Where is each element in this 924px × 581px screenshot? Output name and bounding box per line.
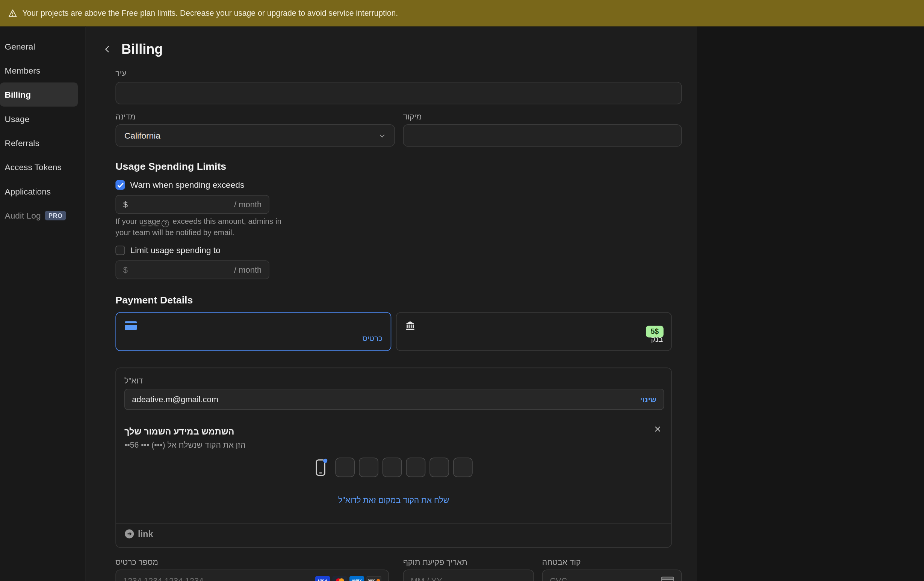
email-input[interactable] [132, 395, 640, 404]
limit-spending-checkbox[interactable] [116, 245, 125, 255]
card-back-icon [661, 576, 675, 581]
credit-card-icon [124, 321, 383, 330]
warn-spending-label: Warn when spending exceeds [130, 180, 244, 190]
otp-digit-input[interactable] [335, 458, 355, 477]
question-circle-icon[interactable]: ? [162, 220, 169, 227]
visa-icon: VISA [315, 576, 330, 581]
mastercard-icon [332, 576, 347, 581]
payment-method-card[interactable]: כרטיס [116, 312, 391, 351]
sidebar-item-applications[interactable]: Applications [0, 179, 78, 203]
otp-subtitle: הזן את הקוד שנשלח אל (•••) ••• 56•• [124, 441, 246, 449]
warning-triangle-icon [8, 9, 17, 18]
warn-amount-input[interactable] [131, 200, 230, 209]
payment-details-heading: Payment Details [116, 295, 193, 306]
payment-method-bank-label: בנק [405, 334, 663, 343]
limit-amount-field[interactable]: $ / month [116, 260, 269, 279]
amex-icon: AMEX [350, 576, 364, 581]
plan-limit-banner: Your projects are above the Free plan li… [0, 0, 924, 27]
change-email-link[interactable]: שינוי [640, 395, 657, 404]
usage-limits-heading: Usage Spending Limits [116, 161, 226, 173]
expiry-input[interactable] [411, 576, 526, 581]
otp-digit-input[interactable] [429, 458, 449, 477]
warn-spending-checkbox[interactable] [116, 180, 125, 190]
per-month-suffix: / month [234, 265, 262, 275]
otp-digit-input[interactable] [453, 458, 473, 477]
page-title: Billing [121, 41, 163, 57]
bank-fee-badge: 5$ [646, 326, 663, 337]
phone-icon [315, 458, 328, 477]
currency-prefix: $ [123, 200, 128, 209]
sidebar-item-general[interactable]: General [0, 34, 78, 58]
city-input[interactable] [116, 82, 681, 104]
limit-spending-label: Limit usage spending to [130, 245, 221, 255]
otp-digit-input[interactable] [359, 458, 378, 477]
settings-sidebar: General Members Billing Usage Referrals … [0, 27, 86, 581]
link-brand-row: link [116, 523, 671, 544]
otp-digit-input[interactable] [406, 458, 426, 477]
chevron-down-icon [378, 132, 386, 139]
cvc-field[interactable] [542, 569, 682, 581]
expiry-label: תאריך פקיעת תוקף [403, 558, 467, 567]
state-label: מדינה [116, 113, 135, 122]
limit-amount-input[interactable] [131, 265, 230, 275]
email-label: דוא"ל [124, 376, 143, 385]
bank-icon [405, 320, 663, 331]
warn-amount-field[interactable]: $ / month [116, 195, 269, 214]
zip-input[interactable] [403, 124, 682, 147]
sidebar-item-members[interactable]: Members [0, 58, 78, 82]
sidebar-item-usage[interactable]: Usage [0, 107, 78, 131]
chevron-left-icon [103, 44, 112, 53]
currency-prefix: $ [123, 265, 128, 275]
screen: Your projects are above the Free plan li… [0, 0, 924, 581]
payment-method-bank[interactable]: בנק 5$ [396, 312, 672, 351]
card-brand-icons: VISA AMEX DISC [315, 576, 381, 581]
discover-icon: DISC [366, 576, 381, 581]
check-icon [117, 182, 123, 188]
back-button[interactable] [100, 42, 115, 56]
background-filler [697, 27, 924, 581]
link-circle-arrow-icon [124, 529, 135, 539]
sidebar-item-billing[interactable]: Billing [0, 82, 78, 107]
email-field[interactable]: שינוי [124, 389, 664, 410]
state-select-value: California [124, 131, 160, 140]
cvc-input[interactable] [550, 576, 658, 581]
warn-helper-text: If your usage? exceeds this amount, admi… [116, 216, 286, 239]
payment-method-card-label: כרטיס [124, 334, 383, 342]
close-icon[interactable]: × [650, 421, 665, 436]
payment-method-tabs: כרטיס בנק 5$ [116, 312, 672, 351]
otp-digit-input[interactable] [383, 458, 402, 477]
card-number-field[interactable]: VISA AMEX DISC [116, 569, 389, 581]
cvc-label: קוד אבטחה [542, 558, 581, 567]
card-number-input[interactable] [123, 576, 312, 581]
send-code-to-email-link[interactable]: שלח את הקוד במקום זאת לדוא"ל [116, 496, 671, 505]
sidebar-item-access-tokens[interactable]: Access Tokens [0, 155, 78, 179]
link-brand-label: link [138, 529, 153, 539]
usage-term: usage [139, 217, 160, 226]
billing-panel: Billing עיר מדינה California מיקוד Usage… [86, 27, 697, 581]
otp-title: השתמש במידע השמור שלך [124, 426, 234, 436]
banner-text: Your projects are above the Free plan li… [23, 9, 398, 18]
limit-spending-checkbox-row[interactable]: Limit usage spending to [116, 245, 220, 255]
sidebar-item-referrals[interactable]: Referrals [0, 131, 78, 155]
link-payment-box: דוא"ל שינוי × השתמש במידע השמור שלך הזן … [116, 368, 672, 548]
warn-spending-checkbox-row[interactable]: Warn when spending exceeds [116, 180, 244, 190]
city-label: עיר [116, 69, 126, 78]
per-month-suffix: / month [234, 200, 262, 209]
pro-badge: PRO [45, 211, 66, 220]
sidebar-item-audit-log[interactable]: Audit Log PRO [0, 203, 78, 227]
otp-code-row [116, 458, 671, 477]
card-number-label: מספר כרטיס [116, 558, 158, 567]
expiry-field[interactable] [403, 569, 534, 581]
state-select[interactable]: California [116, 124, 394, 147]
zip-label: מיקוד [403, 113, 422, 122]
